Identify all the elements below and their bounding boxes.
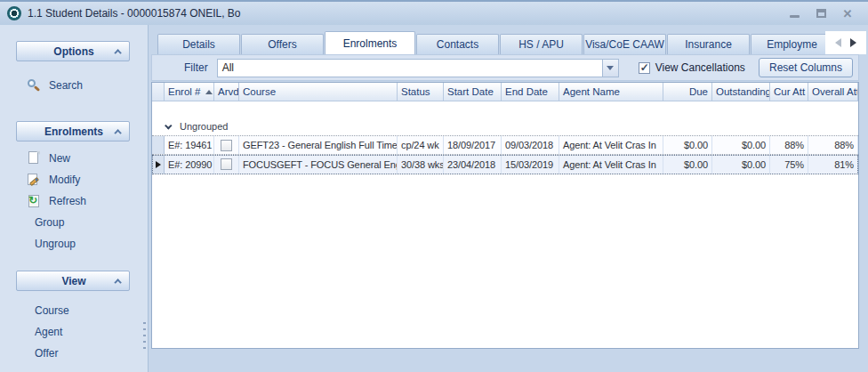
column-header-start-date[interactable]: Start Date xyxy=(444,83,502,101)
cell-course[interactable]: FOCUSGEFT - FOCUS General Englis xyxy=(239,155,398,174)
sidebar-group-enrolments[interactable]: Enrolments xyxy=(16,121,130,142)
sidebar-item-offer[interactable]: Offer xyxy=(0,343,141,364)
sidebar-splitter[interactable] xyxy=(141,25,149,372)
sort-ascending-icon xyxy=(205,90,213,94)
view-cancellations-label: View Cancellations xyxy=(655,61,745,74)
close-button[interactable]: ✕ xyxy=(841,7,854,20)
column-header-course[interactable]: Course xyxy=(239,83,398,101)
minimize-icon xyxy=(790,15,800,18)
group-row-ungrouped[interactable]: Ungrouped xyxy=(152,117,858,135)
tab-scroll-left-icon[interactable] xyxy=(835,38,841,47)
cell-due[interactable]: $0.00 xyxy=(663,136,712,154)
tab-enrolments[interactable]: Enrolments xyxy=(325,31,415,54)
sidebar-item-label: Offer xyxy=(35,347,58,360)
cell-status[interactable]: 30/38 wks xyxy=(398,155,444,174)
sidebar-group-options[interactable]: Options xyxy=(16,41,130,61)
minimize-button[interactable] xyxy=(788,7,800,20)
sidebar-item-label: Ungroup xyxy=(35,238,76,250)
sidebar-item-label: Search xyxy=(49,79,83,92)
column-header-due[interactable]: Due xyxy=(663,83,712,101)
column-header-agent-name[interactable]: Agent Name xyxy=(559,83,663,101)
current-row-arrow-icon xyxy=(156,161,161,168)
sidebar-item-label: Agent xyxy=(35,326,62,338)
filter-bar: Filter All View Cancellations Reset Colu… xyxy=(151,54,859,81)
sidebar-item-group[interactable]: Group xyxy=(0,212,141,233)
group-row-label: Ungrouped xyxy=(180,121,228,132)
sidebar-item-modify[interactable]: Modify xyxy=(0,169,141,190)
tab-employment[interactable]: Employme xyxy=(751,34,833,54)
cell-agent-name[interactable]: Agent: At Velit Cras In xyxy=(559,155,663,174)
tab-strip: Details Offers Enrolments Contacts HS / … xyxy=(149,31,868,54)
tab-offers[interactable]: Offers xyxy=(241,34,324,54)
sidebar-item-label: Course xyxy=(35,304,69,317)
tab-visa-coe-caaw[interactable]: Visa/CoE CAAW xyxy=(583,34,666,54)
column-header-status[interactable]: Status xyxy=(398,83,444,101)
title-bar: 1.1 Student Details - 0000015874 ONEIL, … xyxy=(0,2,868,25)
cell-start-date[interactable]: 23/04/2018 xyxy=(444,155,502,174)
column-header-end-date[interactable]: End Date xyxy=(502,83,559,101)
column-header-overall-att[interactable]: Overall Att xyxy=(808,83,858,101)
cell-end-date[interactable]: 15/03/2019 xyxy=(502,155,559,174)
sidebar-item-agent[interactable]: Agent xyxy=(0,321,141,343)
arvd-checkbox[interactable] xyxy=(221,140,232,151)
grid-header-row: Enrol # Arvd Course Status Start Date En… xyxy=(152,83,858,101)
window-controls: ✕ xyxy=(788,7,861,20)
cell-cur-att[interactable]: 88% xyxy=(770,136,808,154)
tab-contacts[interactable]: Contacts xyxy=(416,34,499,54)
cell-overall-att[interactable]: 88% xyxy=(808,136,858,154)
sidebar-group-enrolments-title: Enrolments xyxy=(31,125,117,138)
row-indicator-cell xyxy=(152,155,165,174)
column-header-cur-att[interactable]: Cur Att xyxy=(770,83,808,101)
sidebar-item-course[interactable]: Course xyxy=(0,300,141,321)
cell-course[interactable]: GEFT23 - General English Full Time xyxy=(239,136,398,154)
tab-details[interactable]: Details xyxy=(157,34,240,54)
refresh-icon: ↻ xyxy=(27,194,41,208)
sidebar-item-ungroup[interactable]: Ungroup xyxy=(0,233,141,255)
sidebar-item-refresh[interactable]: ↻ Refresh xyxy=(0,190,141,212)
chevron-down-icon xyxy=(165,122,172,129)
dropdown-button[interactable] xyxy=(602,60,618,77)
sidebar-group-view[interactable]: View xyxy=(16,271,130,291)
tab-scroll-right-icon[interactable] xyxy=(850,38,856,47)
sidebar-item-label: Group xyxy=(35,216,64,229)
sidebar-item-new[interactable]: New xyxy=(0,148,141,169)
sidebar-group-view-title: View xyxy=(31,275,117,287)
restore-icon xyxy=(816,9,826,18)
column-header-outstanding[interactable]: Outstanding xyxy=(712,83,770,101)
row-indicator-cell xyxy=(152,136,165,154)
table-row-selected[interactable]: E#: 20990 FOCUSGEFT - FOCUS General Engl… xyxy=(152,155,858,174)
cell-cur-att[interactable]: 75% xyxy=(770,155,808,174)
sidebar-item-label: Refresh xyxy=(49,195,86,207)
tab-insurance[interactable]: Insurance xyxy=(667,34,750,54)
cell-enrol[interactable]: E#: 19461 xyxy=(165,136,214,154)
filter-dropdown[interactable]: All xyxy=(217,59,619,77)
cell-start-date[interactable]: 18/09/2017 xyxy=(444,136,502,154)
cell-end-date[interactable]: 09/03/2018 xyxy=(502,136,559,154)
reset-columns-button[interactable]: Reset Columns xyxy=(759,58,853,77)
cell-arvd[interactable] xyxy=(214,136,239,154)
cell-status[interactable]: cp/24 wk xyxy=(398,136,444,154)
sidebar-item-label: Modify xyxy=(49,174,80,186)
filter-dropdown-value: All xyxy=(218,61,602,74)
arvd-checkbox[interactable] xyxy=(221,158,232,170)
cell-outstanding[interactable]: $0.00 xyxy=(712,155,770,174)
tab-hs-apu[interactable]: HS / APU xyxy=(500,34,583,54)
cell-overall-att[interactable]: 81% xyxy=(808,155,858,174)
column-header-enrol[interactable]: Enrol # xyxy=(165,83,214,101)
cell-due[interactable]: $0.00 xyxy=(663,155,712,174)
view-cancellations-checkbox[interactable] xyxy=(639,62,650,74)
sidebar-item-search[interactable]: Search xyxy=(0,75,141,96)
main-area: Details Offers Enrolments Contacts HS / … xyxy=(149,25,868,372)
table-row[interactable]: E#: 19461 GEFT23 - General English Full … xyxy=(152,135,858,155)
cell-agent-name[interactable]: Agent: At Velit Cras In xyxy=(559,136,663,154)
restore-button[interactable] xyxy=(815,7,827,20)
cell-outstanding[interactable]: $0.00 xyxy=(712,136,770,154)
cell-enrol[interactable]: E#: 20990 xyxy=(165,155,214,174)
cell-arvd[interactable] xyxy=(214,155,239,174)
column-header-arvd[interactable]: Arvd xyxy=(214,83,239,101)
row-indicator-header xyxy=(152,83,165,101)
view-cancellations-toggle[interactable]: View Cancellations xyxy=(639,61,745,74)
sidebar: Options Search Enrolments New Modify xyxy=(0,25,141,372)
search-icon xyxy=(27,78,41,93)
app-window: 1.1 Student Details - 0000015874 ONEIL, … xyxy=(0,0,868,372)
